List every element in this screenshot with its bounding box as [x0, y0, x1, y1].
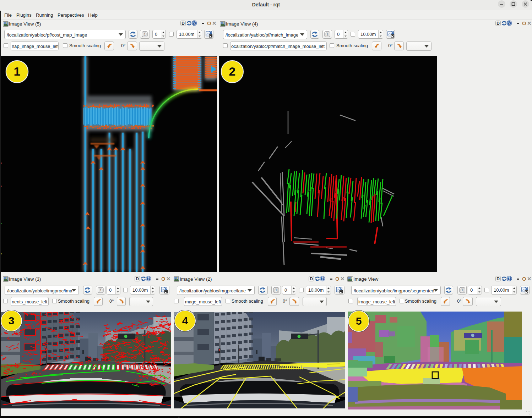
- svg-text:?: ?: [193, 21, 196, 25]
- svg-text:D: D: [496, 21, 500, 26]
- svg-text:D: D: [181, 21, 185, 26]
- svg-text:1: 1: [144, 33, 146, 36]
- svg-text:D: D: [496, 276, 500, 281]
- svg-text:1: 1: [275, 288, 277, 292]
- svg-text:1: 1: [461, 288, 463, 292]
- svg-text:1: 1: [100, 288, 102, 292]
- svg-text:?: ?: [508, 21, 511, 25]
- svg-text:D: D: [136, 276, 139, 281]
- svg-text:?: ?: [321, 276, 324, 281]
- svg-text:D: D: [310, 276, 313, 281]
- svg-text:?: ?: [508, 276, 511, 281]
- svg-text:?: ?: [147, 276, 150, 281]
- svg-text:1: 1: [326, 33, 328, 36]
